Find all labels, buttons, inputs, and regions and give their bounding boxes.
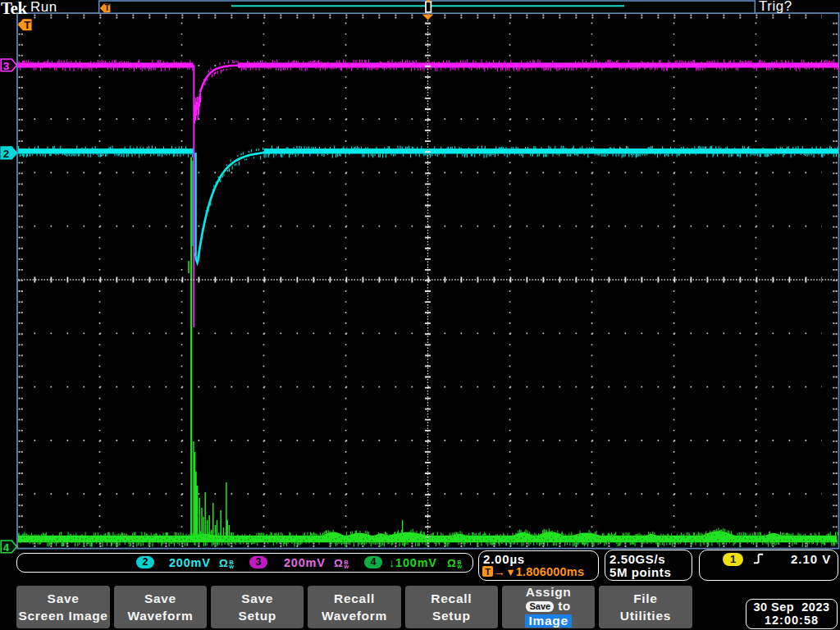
svg-text:4: 4 — [3, 541, 10, 554]
svg-text:T: T — [105, 3, 110, 12]
svg-text:2: 2 — [3, 148, 10, 160]
svg-text:T: T — [24, 19, 30, 31]
svg-text:3: 3 — [3, 60, 10, 72]
